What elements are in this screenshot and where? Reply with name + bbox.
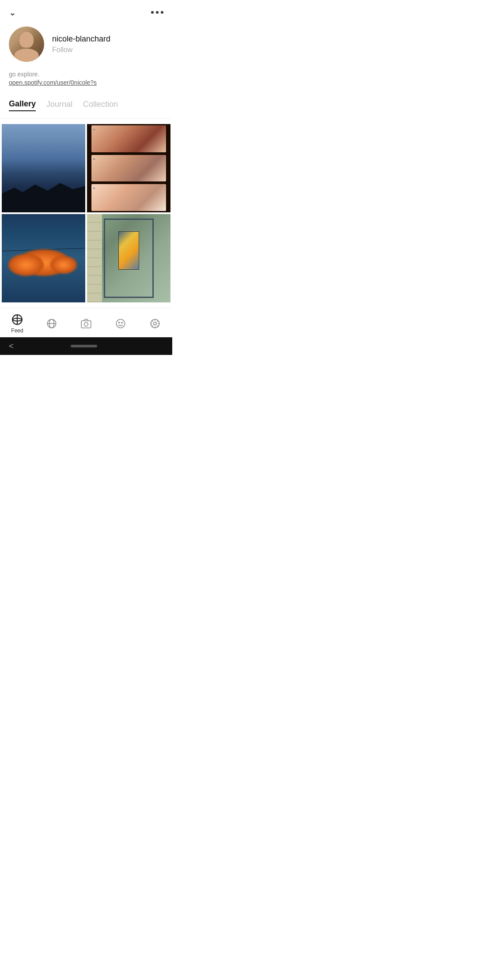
username: nicole-blanchard [52, 34, 110, 44]
svg-point-10 [154, 322, 157, 325]
gallery-image-sunset-cloud [2, 214, 85, 302]
gallery-image-film-strip [87, 124, 170, 212]
svg-line-18 [152, 326, 153, 327]
face-icon [114, 317, 127, 330]
nav-item-explore[interactable] [45, 317, 58, 330]
avatar-image [9, 26, 44, 62]
more-options-button[interactable] [151, 11, 163, 14]
gallery-item[interactable] [87, 214, 170, 302]
svg-point-9 [121, 322, 122, 323]
dot-2 [156, 11, 159, 14]
home-pill[interactable] [71, 345, 97, 347]
dot-1 [151, 11, 154, 14]
tabs-bar: Gallery Journal Collection [0, 95, 172, 119]
door-poster [118, 231, 139, 270]
svg-line-19 [157, 320, 158, 321]
nav-item-face[interactable] [114, 317, 127, 330]
door-frame [104, 219, 154, 298]
film-frame-2 [91, 155, 166, 182]
system-bar: < [0, 337, 172, 355]
gallery-image-door [87, 214, 170, 302]
gallery-item[interactable] [2, 214, 85, 302]
svg-point-7 [116, 319, 125, 328]
svg-line-16 [152, 320, 153, 321]
gallery-image-sky-dusk [2, 124, 85, 212]
siding [87, 214, 102, 302]
nav-item-camera[interactable] [80, 317, 92, 330]
feed-icon [11, 313, 23, 326]
bio-link[interactable]: open.spotify.com/user/0nicole?s [9, 79, 163, 86]
bottom-nav: Feed [0, 308, 172, 337]
gallery-item[interactable] [2, 124, 85, 212]
svg-point-6 [84, 322, 88, 326]
feed-label: Feed [11, 328, 23, 334]
nav-item-feed[interactable]: Feed [11, 313, 23, 334]
cloud-shape [17, 249, 70, 276]
camera-icon [80, 317, 92, 330]
tab-gallery[interactable]: Gallery [9, 99, 36, 111]
follow-button[interactable]: Follow [52, 46, 72, 54]
settings-icon [149, 317, 161, 330]
bio-text: go explore. [9, 71, 163, 78]
tab-collection[interactable]: Collection [83, 99, 118, 111]
gallery-item[interactable] [87, 124, 170, 212]
avatar [9, 26, 44, 62]
system-back-button[interactable]: < [9, 342, 14, 351]
gallery-grid [0, 119, 172, 302]
back-chevron-button[interactable]: ⌄ [9, 7, 16, 18]
dot-3 [161, 11, 163, 14]
bio-section: go explore. open.spotify.com/user/0nicol… [0, 67, 172, 95]
tab-journal[interactable]: Journal [46, 99, 72, 111]
film-frame-1 [91, 125, 166, 152]
film-frame-3 [91, 184, 166, 211]
profile-section: nicole-blanchard Follow [0, 22, 172, 67]
film-strip-inner [87, 124, 170, 212]
svg-point-8 [119, 322, 120, 323]
svg-line-17 [157, 326, 158, 327]
nav-item-settings[interactable] [149, 317, 161, 330]
svg-rect-5 [81, 321, 91, 328]
explore-icon [45, 317, 58, 330]
profile-info: nicole-blanchard Follow [52, 34, 110, 54]
header: ⌄ [0, 0, 172, 22]
